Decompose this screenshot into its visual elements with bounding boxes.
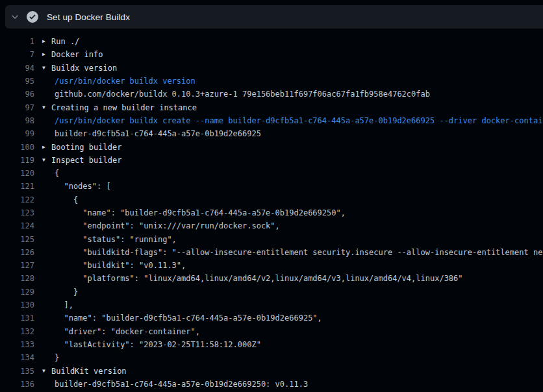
triangle-down-icon: ▼	[42, 369, 51, 374]
log-line-content: "buildkit": "v0.11.3",	[42, 261, 186, 270]
log-line: 122 {	[0, 193, 543, 206]
line-number[interactable]: 98	[0, 116, 34, 125]
log-output-text: "nodes": [	[42, 182, 111, 191]
line-number[interactable]: 129	[0, 288, 34, 297]
line-number[interactable]: 96	[0, 90, 34, 99]
log-output-text: builder-d9cfb5a1-c764-445a-a57e-0b19d2e6…	[42, 380, 308, 389]
log-group-label: Creating a new builder instance	[51, 103, 197, 112]
line-number[interactable]: 134	[0, 353, 34, 362]
log-group-expanded[interactable]: ▼Buildx version	[42, 64, 117, 73]
log-line-content: }	[42, 288, 78, 297]
log-line: 95 /usr/bin/docker buildx version	[0, 75, 543, 88]
chevron-down-icon[interactable]	[10, 12, 19, 21]
line-number[interactable]: 123	[0, 208, 34, 217]
log-group-label: Run ./	[51, 37, 79, 46]
log-line-content: "driver": "docker-container",	[42, 327, 200, 336]
line-number[interactable]: 7	[0, 50, 34, 59]
line-number[interactable]: 128	[0, 274, 34, 283]
log-output-text: "lastActivity": "2023-02-25T11:58:12.000…	[42, 340, 261, 349]
line-number[interactable]: 135	[0, 367, 34, 376]
log-line-content: "lastActivity": "2023-02-25T11:58:12.000…	[42, 340, 261, 349]
line-number[interactable]: 133	[0, 340, 34, 349]
log-output-text: "driver": "docker-container",	[42, 327, 200, 336]
log-output-text: }	[42, 353, 59, 362]
line-number[interactable]: 122	[0, 195, 34, 204]
log-line-content: "buildkitd-flags": "--allow-insecure-ent…	[42, 248, 543, 257]
triangle-right-icon: ▶	[42, 145, 51, 150]
log-group-label: Buildx version	[51, 64, 117, 73]
log-line: 100 ▶Booting builder	[0, 140, 543, 153]
line-number[interactable]: 125	[0, 235, 34, 244]
log-command-text: /usr/bin/docker buildx create --name bui…	[42, 116, 543, 125]
log-output-text: }	[42, 288, 78, 297]
log-line: 97 ▼Creating a new builder instance	[0, 101, 543, 114]
log-line: 123 "name": "builder-d9cfb5a1-c764-445a-…	[0, 206, 543, 219]
log-group-expanded[interactable]: ▼Inspect builder	[42, 156, 121, 165]
log-line-content: "endpoint": "unix:///var/run/docker.sock…	[42, 221, 280, 230]
log-line: 134 }	[0, 351, 543, 364]
log-line: 99 builder-d9cfb5a1-c764-445a-a57e-0b19d…	[0, 127, 543, 140]
log-output-text: "endpoint": "unix:///var/run/docker.sock…	[42, 221, 280, 230]
triangle-right-icon: ▶	[42, 39, 51, 44]
line-number[interactable]: 136	[0, 380, 34, 389]
log-group-label: Inspect builder	[51, 156, 121, 165]
line-number[interactable]: 1	[0, 37, 34, 46]
line-number[interactable]: 99	[0, 129, 34, 138]
log-line: 98 /usr/bin/docker buildx create --name …	[0, 114, 543, 127]
triangle-down-icon: ▼	[42, 105, 51, 110]
log-output-text: "status": "running",	[42, 235, 177, 244]
log-line: 132 "driver": "docker-container",	[0, 325, 543, 338]
line-number[interactable]: 120	[0, 169, 34, 178]
line-number[interactable]: 130	[0, 300, 34, 310]
line-number[interactable]: 119	[0, 156, 34, 165]
line-number[interactable]: 94	[0, 64, 34, 73]
step-header[interactable]: Set up Docker Buildx	[5, 5, 543, 29]
log-line: 125 "status": "running",	[0, 232, 543, 245]
line-number[interactable]: 132	[0, 327, 34, 336]
log-group-collapsed[interactable]: ▶Run ./	[42, 37, 79, 46]
triangle-down-icon: ▼	[42, 66, 51, 71]
log-line-content: {	[42, 169, 59, 178]
line-number[interactable]: 126	[0, 248, 34, 257]
log-line: 131 "name": "builder-d9cfb5a1-c764-445a-…	[0, 312, 543, 325]
log-line-content: /usr/bin/docker buildx create --name bui…	[42, 116, 543, 125]
line-number[interactable]: 127	[0, 261, 34, 270]
log-line-content: builder-d9cfb5a1-c764-445a-a57e-0b19d2e6…	[42, 380, 308, 389]
log-line-content: "nodes": [	[42, 182, 111, 191]
line-number[interactable]: 100	[0, 143, 34, 152]
log-line: 94 ▼Buildx version	[0, 62, 543, 75]
log-line: 124 "endpoint": "unix:///var/run/docker.…	[0, 219, 543, 232]
log-line: 1 ▶Run ./	[0, 35, 543, 48]
log-line: 127 "buildkit": "v0.11.3",	[0, 259, 543, 272]
log-line: 96 github.com/docker/buildx 0.10.3+azure…	[0, 88, 543, 101]
step-title: Set up Docker Buildx	[47, 12, 130, 22]
log-output-text: ],	[42, 300, 73, 310]
line-number[interactable]: 97	[0, 103, 34, 112]
log-output-text: "buildkit": "v0.11.3",	[42, 261, 186, 270]
triangle-down-icon: ▼	[42, 158, 51, 163]
check-circle-icon	[27, 11, 38, 23]
log-group-expanded[interactable]: ▼BuildKit version	[42, 367, 127, 376]
log-group-label: Booting builder	[51, 143, 121, 152]
log-output-text: {	[42, 195, 78, 204]
line-number[interactable]: 121	[0, 182, 34, 191]
log-output-text: "platforms": "linux/amd64,linux/amd64/v2…	[42, 274, 463, 283]
log-group-collapsed[interactable]: ▶Booting builder	[42, 143, 121, 152]
log-viewer: 1 ▶Run ./ 7 ▶Docker info 94 ▼Buildx vers…	[0, 29, 543, 391]
log-line: 128 "platforms": "linux/amd64,linux/amd6…	[0, 272, 543, 285]
log-output-text: "name": "builder-d9cfb5a1-c764-445a-a57e…	[42, 208, 346, 217]
log-line: 126 "buildkitd-flags": "--allow-insecure…	[0, 246, 543, 259]
log-line: 130 ],	[0, 299, 543, 312]
log-line-content: github.com/docker/buildx 0.10.3+azure-1 …	[42, 90, 430, 99]
log-group-collapsed[interactable]: ▶Docker info	[42, 50, 103, 59]
line-number[interactable]: 95	[0, 77, 34, 86]
log-output-text: "name": "builder-d9cfb5a1-c764-445a-a57e…	[42, 313, 322, 323]
log-line: 120 {	[0, 167, 543, 180]
log-output-text: "buildkitd-flags": "--allow-insecure-ent…	[42, 248, 543, 257]
log-line: 133 "lastActivity": "2023-02-25T11:58:12…	[0, 338, 543, 351]
log-group-expanded[interactable]: ▼Creating a new builder instance	[42, 103, 197, 112]
log-line-content: }	[42, 353, 59, 362]
log-line: 129 }	[0, 286, 543, 299]
line-number[interactable]: 131	[0, 313, 34, 323]
line-number[interactable]: 124	[0, 221, 34, 230]
